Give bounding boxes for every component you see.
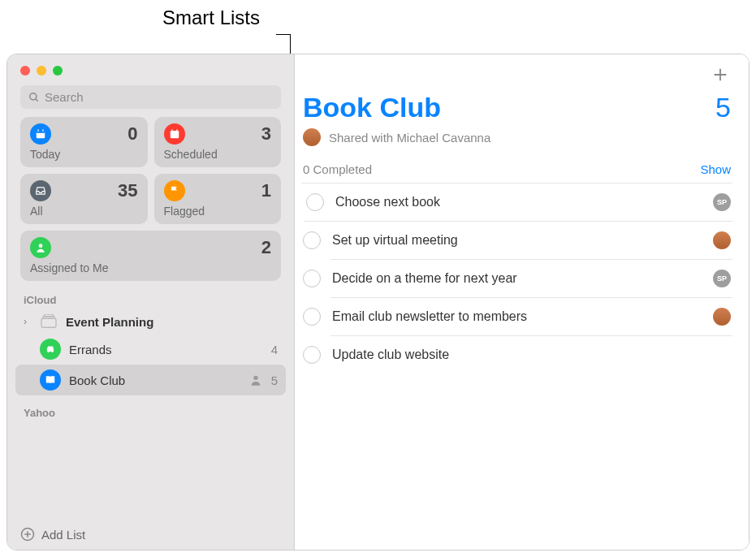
assignee-avatar <box>713 308 731 326</box>
task-row[interactable]: Set up virtual meeting <box>330 222 732 260</box>
person-icon <box>30 237 51 258</box>
add-reminder-button[interactable] <box>711 66 729 84</box>
flagged-label: Flagged <box>164 205 272 218</box>
reminders-window: Search 0 Today 3 Schedule <box>6 54 750 551</box>
sidebar-item-book-club[interactable]: Book Club 5 <box>15 365 286 395</box>
sidebar-item-count: 4 <box>271 343 278 356</box>
section-header-yahoo[interactable]: Yahoo <box>7 395 294 422</box>
task-row[interactable]: Update club website <box>330 336 732 373</box>
task-list: Choose next book SP Set up virtual meeti… <box>301 184 732 373</box>
add-list-button[interactable]: Add List <box>7 518 294 550</box>
svg-point-13 <box>48 351 50 352</box>
task-row[interactable]: Choose next book SP <box>305 184 732 222</box>
flagged-count: 1 <box>261 180 271 201</box>
section-header-icloud[interactable]: iCloud <box>7 287 294 309</box>
smart-list-today[interactable]: 0 Today <box>20 117 148 167</box>
calendar-icon <box>30 123 51 145</box>
annotation-line <box>276 34 291 35</box>
assignee-avatar <box>713 231 731 249</box>
completed-count: 0 Completed <box>303 162 372 176</box>
task-checkbox[interactable] <box>303 270 321 287</box>
svg-rect-7 <box>171 129 172 132</box>
sidebar-item-errands[interactable]: Errands 4 <box>7 334 294 365</box>
sidebar: Search 0 Today 3 Schedule <box>7 54 295 550</box>
scheduled-count: 3 <box>261 123 271 145</box>
task-checkbox[interactable] <box>303 346 321 364</box>
sidebar-item-label: Book Club <box>69 373 240 387</box>
smart-list-flagged[interactable]: 1 Flagged <box>154 174 282 224</box>
today-count: 0 <box>127 123 137 145</box>
sidebar-item-label: Errands <box>69 343 263 356</box>
window-controls <box>7 54 294 84</box>
smart-list-all[interactable]: 35 All <box>20 174 148 224</box>
avatar <box>303 128 321 146</box>
svg-rect-4 <box>38 129 39 132</box>
search-placeholder: Search <box>45 90 84 104</box>
all-count: 35 <box>118 180 137 201</box>
svg-point-14 <box>51 351 53 352</box>
task-label: Update club website <box>332 348 731 362</box>
list-count: 5 <box>715 92 731 123</box>
car-icon <box>40 339 61 360</box>
tray-icon <box>30 180 51 201</box>
today-label: Today <box>30 148 138 161</box>
book-icon <box>40 369 61 391</box>
svg-rect-3 <box>37 131 45 133</box>
maximize-button[interactable] <box>53 66 63 76</box>
calendar-icon <box>164 123 185 145</box>
chevron-right-icon: › <box>24 316 32 327</box>
search-input[interactable]: Search <box>20 85 281 109</box>
plus-circle-icon <box>20 527 35 542</box>
smart-list-scheduled[interactable]: 3 Scheduled <box>154 117 282 167</box>
svg-rect-10 <box>41 318 56 327</box>
search-icon <box>28 92 40 103</box>
task-checkbox[interactable] <box>303 308 321 326</box>
minimize-button[interactable] <box>37 66 46 76</box>
task-row[interactable]: Email club newsletter to members <box>330 298 732 336</box>
assigned-count: 2 <box>261 237 271 258</box>
list-title: Book Club <box>303 92 441 123</box>
flag-icon <box>164 180 185 201</box>
task-label: Decide on a theme for next year <box>332 271 702 286</box>
svg-rect-8 <box>176 129 177 132</box>
assignee-badge: SP <box>713 193 731 211</box>
assignee-badge: SP <box>713 270 731 287</box>
all-label: All <box>30 205 138 218</box>
task-checkbox[interactable] <box>306 193 324 211</box>
svg-point-9 <box>39 244 43 248</box>
task-row[interactable]: Decide on a theme for next year SP <box>330 260 732 298</box>
shared-icon <box>248 373 263 386</box>
main-content: Book Club 5 Shared with Michael Cavanna … <box>295 54 749 550</box>
scheduled-label: Scheduled <box>164 148 272 161</box>
sidebar-item-count: 5 <box>271 373 278 387</box>
show-completed-button[interactable]: Show <box>700 162 731 176</box>
svg-rect-5 <box>42 129 43 132</box>
svg-rect-12 <box>45 314 54 317</box>
svg-point-0 <box>30 93 37 99</box>
assigned-label: Assigned to Me <box>30 261 271 274</box>
shared-with-row[interactable]: Shared with Michael Cavanna <box>301 123 732 159</box>
svg-rect-6 <box>170 131 179 138</box>
task-label: Email club newsletter to members <box>332 309 702 324</box>
group-icon <box>40 314 58 329</box>
svg-line-1 <box>36 98 38 101</box>
smart-list-assigned[interactable]: 2 Assigned to Me <box>20 231 281 281</box>
task-checkbox[interactable] <box>303 231 321 249</box>
sidebar-item-label: Event Planning <box>66 315 278 329</box>
annotation-smart-lists-label: Smart Lists <box>162 6 260 29</box>
task-label: Set up virtual meeting <box>332 233 702 248</box>
sidebar-item-event-planning[interactable]: › Event Planning <box>7 309 294 334</box>
svg-point-15 <box>253 376 257 380</box>
shared-with-label: Shared with Michael Cavanna <box>329 131 490 145</box>
add-list-label: Add List <box>41 528 85 542</box>
close-button[interactable] <box>20 66 30 76</box>
smart-lists-grid: 0 Today 3 Scheduled 35 <box>7 117 294 287</box>
task-label: Choose next book <box>335 195 702 209</box>
